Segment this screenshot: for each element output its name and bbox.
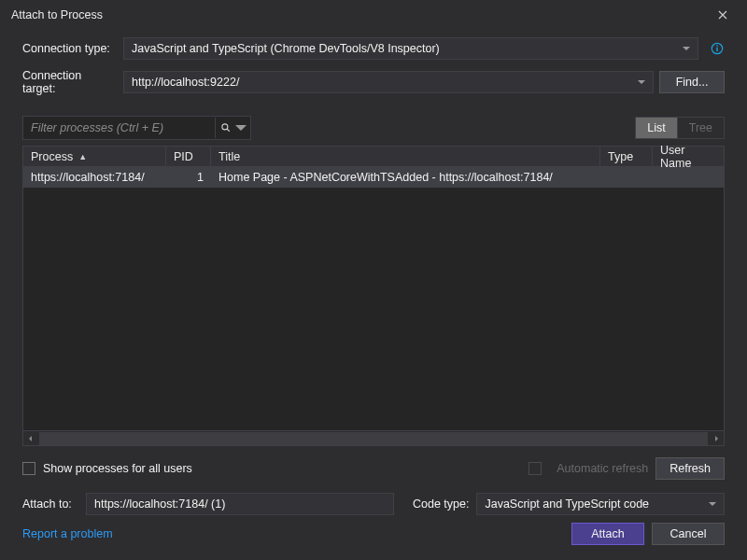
column-header-process[interactable]: Process ▲ bbox=[23, 147, 166, 166]
grid-body: https://localhost:7184/ 1 Home Page - AS… bbox=[23, 167, 724, 430]
filter-processes-input[interactable] bbox=[31, 121, 215, 134]
chevron-down-icon bbox=[638, 76, 645, 89]
column-header-pid[interactable]: PID bbox=[166, 147, 211, 166]
view-list-button[interactable]: List bbox=[636, 118, 677, 138]
column-header-user[interactable]: User Name bbox=[653, 147, 724, 166]
column-header-type[interactable]: Type bbox=[600, 147, 653, 166]
connection-target-dropdown[interactable]: http://localhost:9222/ bbox=[123, 71, 654, 93]
show-all-users-label: Show processes for all users bbox=[43, 462, 192, 475]
sort-ascending-icon: ▲ bbox=[78, 152, 87, 161]
code-type-dropdown[interactable]: JavaScript and TypeScript code bbox=[476, 493, 725, 515]
search-icon[interactable] bbox=[215, 118, 235, 138]
titlebar: Attach to Process bbox=[0, 0, 747, 30]
connection-type-dropdown[interactable]: JavaScript and TypeScript (Chrome DevToo… bbox=[123, 37, 698, 60]
chevron-down-icon[interactable] bbox=[235, 122, 247, 133]
horizontal-scrollbar[interactable] bbox=[23, 430, 724, 445]
connection-target-label: Connection target: bbox=[22, 69, 118, 95]
svg-point-3 bbox=[221, 124, 227, 130]
connection-target-value: http://localhost:9222/ bbox=[132, 76, 239, 89]
attach-to-label: Attach to: bbox=[22, 497, 78, 511]
svg-line-4 bbox=[227, 129, 230, 132]
attach-to-value: https://localhost:7184/ (1) bbox=[94, 497, 225, 511]
grid-header: Process ▲ PID Title Type User Name bbox=[23, 147, 724, 167]
refresh-button[interactable]: Refresh bbox=[655, 457, 725, 480]
table-row[interactable]: https://localhost:7184/ 1 Home Page - AS… bbox=[23, 167, 724, 188]
window-title: Attach to Process bbox=[11, 8, 708, 21]
show-all-users-checkbox[interactable] bbox=[22, 462, 35, 475]
chevron-down-icon bbox=[683, 42, 690, 55]
dialog-footer: Report a problem Attach Cancel bbox=[22, 515, 725, 560]
process-grid: Process ▲ PID Title Type User Name https… bbox=[22, 146, 725, 446]
attach-button[interactable]: Attach bbox=[571, 523, 644, 545]
close-icon[interactable] bbox=[708, 0, 738, 30]
attach-to-field[interactable]: https://localhost:7184/ (1) bbox=[86, 493, 394, 515]
cancel-button[interactable]: Cancel bbox=[652, 523, 725, 545]
column-header-title[interactable]: Title bbox=[211, 147, 600, 166]
code-type-value: JavaScript and TypeScript code bbox=[485, 497, 649, 511]
view-toggle: List Tree bbox=[635, 117, 725, 139]
cell-process: https://localhost:7184/ bbox=[23, 171, 166, 184]
code-type-label: Code type: bbox=[413, 497, 469, 511]
cell-pid: 1 bbox=[166, 171, 211, 184]
connection-target-row: Connection target: http://localhost:9222… bbox=[22, 69, 725, 95]
filter-processes-input-wrap bbox=[22, 116, 251, 140]
connection-type-row: Connection type: JavaScript and TypeScri… bbox=[22, 37, 725, 60]
connection-type-value: JavaScript and TypeScript (Chrome DevToo… bbox=[132, 42, 440, 55]
report-problem-link[interactable]: Report a problem bbox=[22, 527, 113, 540]
scroll-left-icon[interactable] bbox=[23, 431, 38, 446]
svg-rect-2 bbox=[716, 45, 717, 46]
filter-row: List Tree bbox=[22, 116, 725, 140]
find-button[interactable]: Find... bbox=[659, 71, 725, 93]
chevron-down-icon bbox=[709, 497, 716, 511]
scroll-track[interactable] bbox=[39, 432, 708, 445]
automatic-refresh-label: Automatic refresh bbox=[557, 462, 648, 475]
view-tree-button[interactable]: Tree bbox=[678, 118, 724, 138]
attach-to-row: Attach to: https://localhost:7184/ (1) C… bbox=[22, 493, 725, 515]
automatic-refresh-checkbox bbox=[529, 462, 542, 475]
below-grid-row: Show processes for all users Automatic r… bbox=[22, 457, 725, 480]
connection-type-label: Connection type: bbox=[22, 42, 118, 55]
svg-rect-1 bbox=[716, 48, 717, 51]
scroll-right-icon[interactable] bbox=[709, 431, 724, 446]
info-icon[interactable] bbox=[710, 41, 725, 56]
cell-title: Home Page - ASPNetCoreWithTSAdded - http… bbox=[211, 171, 600, 184]
